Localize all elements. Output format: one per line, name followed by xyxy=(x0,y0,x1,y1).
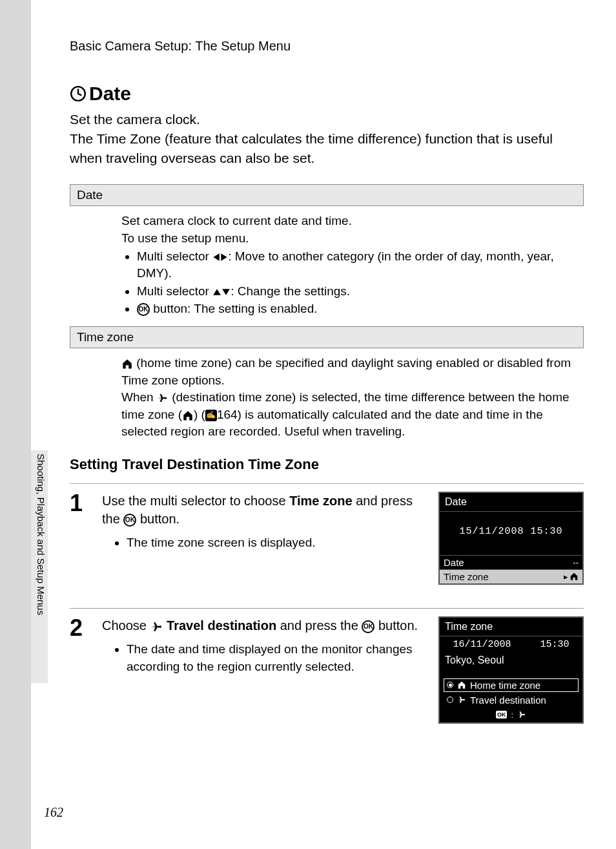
plane-icon xyxy=(457,695,466,704)
side-section-label: Shooting, Playback and Setup Menus xyxy=(32,454,46,615)
ok-icon: OK xyxy=(496,711,508,718)
date: 16/11/2008 xyxy=(453,639,511,650)
manual-ref-icon: ✍ xyxy=(205,410,217,421)
date-bullet-ok: OK button: The setting is enabled. xyxy=(137,300,577,318)
option-label: Travel destination xyxy=(470,695,546,706)
text: When xyxy=(121,390,157,404)
step-number: 1 xyxy=(70,492,89,515)
lcd-datetime: 16/11/2008 15:30 xyxy=(440,636,582,653)
page-title: Date xyxy=(70,83,584,105)
lcd-option-travel: Travel destination xyxy=(444,693,579,707)
ok-icon: OK xyxy=(137,303,150,316)
text-bold: Travel destination xyxy=(163,618,277,633)
ok-icon: OK xyxy=(362,620,375,633)
value-icons: ▸ xyxy=(564,572,579,582)
text: button: The setting is enabled. xyxy=(150,302,318,315)
table-header-timezone: Time zone xyxy=(70,326,584,348)
lcd-row-timezone: Time zone ▸ xyxy=(440,569,582,583)
step-instruction: Choose Travel destination and press the … xyxy=(102,616,426,675)
step-instruction: Use the multi selector to choose Time zo… xyxy=(102,492,426,552)
text: Multi selector xyxy=(137,249,212,263)
step1-bullet: The time zone screen is displayed. xyxy=(127,534,426,552)
breadcrumb: Basic Camera Setup: The Setup Menu xyxy=(70,39,584,54)
plane-icon xyxy=(517,710,526,719)
text: button. xyxy=(375,618,418,633)
home-icon xyxy=(121,358,133,370)
tz-para1: (home time zone) can be specified and da… xyxy=(121,355,577,389)
text: : Change the settings. xyxy=(231,284,350,298)
lcd-screen-timezone: Time zone 16/11/2008 15:30 Tokyo, Seoul … xyxy=(438,616,584,724)
text-bold: Time zone xyxy=(289,494,352,508)
tz-para2: When (destination time zone) is selected… xyxy=(121,389,577,441)
label: Date xyxy=(444,557,464,568)
radio-selected-icon xyxy=(447,682,453,688)
triangle-up-icon xyxy=(212,288,221,296)
chevron-right-icon: ▸ xyxy=(564,572,568,582)
lcd-location: Tokyo, Seoul xyxy=(440,653,582,668)
triangle-down-icon xyxy=(221,288,231,296)
triangle-right-icon xyxy=(220,253,228,262)
page-title-text: Date xyxy=(89,83,131,105)
text: ) ( xyxy=(194,408,205,421)
date-line1: Set camera clock to current date and tim… xyxy=(121,213,577,230)
lcd-datetime: 15/11/2008 15:30 xyxy=(440,512,582,555)
page-number: 162 xyxy=(44,805,63,820)
step-2: 2 Choose Travel destination and press th… xyxy=(70,608,584,744)
text: Use the multi selector to choose xyxy=(102,494,289,508)
date-line2: To use the setup menu. xyxy=(121,230,577,247)
step-number: 2 xyxy=(70,616,89,640)
home-icon xyxy=(570,572,579,581)
value: -- xyxy=(573,558,579,567)
colon: : xyxy=(511,710,513,720)
home-icon xyxy=(182,410,194,421)
subsection-heading: Setting Travel Destination Time Zone xyxy=(70,456,584,473)
clock-icon xyxy=(70,85,87,102)
date-bullet-ud: Multi selector : Change the settings. xyxy=(137,283,577,300)
lcd-screen-date: Date 15/11/2008 15:30 Date -- Time zone … xyxy=(438,492,584,585)
date-bullet-lr: Multi selector : Move to another categor… xyxy=(137,248,577,282)
lcd-footer: OK : xyxy=(440,708,582,722)
plane-icon xyxy=(157,392,169,404)
step2-bullet: The date and time displayed on the monit… xyxy=(127,641,426,675)
lcd-row-date: Date -- xyxy=(440,555,582,569)
radio-unselected-icon xyxy=(447,697,453,703)
lcd-title: Time zone xyxy=(440,618,582,636)
ok-icon: OK xyxy=(123,514,136,527)
table-body-date: Set camera clock to current date and tim… xyxy=(70,206,584,326)
home-icon xyxy=(457,680,466,689)
triangle-left-icon xyxy=(212,253,220,262)
option-label: Home time zone xyxy=(470,680,540,691)
lcd-title: Date xyxy=(440,493,582,512)
step-1: 1 Use the multi selector to choose Time … xyxy=(70,483,584,605)
label: Time zone xyxy=(444,571,488,582)
text: Multi selector xyxy=(137,284,212,298)
table-header-date: Date xyxy=(70,184,584,206)
time: 15:30 xyxy=(540,639,570,650)
text: button. xyxy=(136,512,180,526)
text: and press the xyxy=(276,618,362,633)
text: (home time zone) can be specified and da… xyxy=(121,356,571,387)
plane-icon xyxy=(150,620,163,633)
lcd-option-home: Home time zone xyxy=(444,678,579,692)
table-body-timezone: (home time zone) can be specified and da… xyxy=(70,348,584,448)
text: Choose xyxy=(102,618,150,633)
intro-text: Set the camera clock. The Time Zone (fea… xyxy=(70,110,584,167)
